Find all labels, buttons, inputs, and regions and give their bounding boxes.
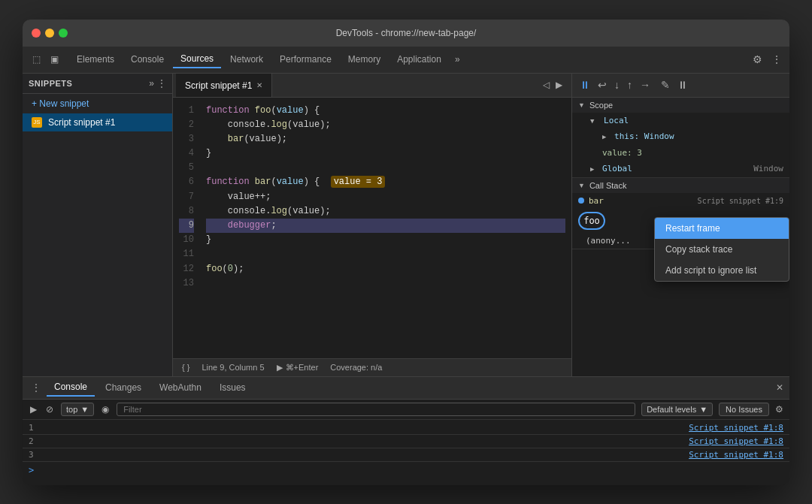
code-line-11 [206,247,565,261]
new-snippet-button[interactable]: + New snippet [23,94,172,113]
step-over-icon[interactable]: ↩ [596,77,608,92]
scope-local-header: ▼ Local [572,113,789,129]
block-icon[interactable]: ⊘ [44,403,55,416]
call-stack-section: ▼ Call Stack bar Script snippet #1:9 foo… [572,178,789,249]
scope-this: ▶ this: Window [572,128,789,145]
no-issues-button[interactable]: No Issues [719,403,769,416]
call-stack-anon-name: (anony... [578,236,631,246]
tab-memory[interactable]: Memory [341,51,388,68]
close-button[interactable] [32,29,41,38]
sidebar-menu-icon[interactable]: ⋮ [157,78,166,89]
run-icon[interactable]: ▶ [277,363,283,373]
devtools-window: DevTools - chrome://new-tab-page/ ⬚ ▣ El… [23,20,789,485]
console-line-2: 2 Script snippet #1:8 [23,435,789,448]
tab-elements[interactable]: Elements [69,51,122,68]
more-options-icon[interactable]: ⋮ [770,52,783,67]
sidebar-more-icon[interactable]: » [149,78,154,89]
cursor-icon[interactable]: ⬚ [29,52,44,67]
minimize-button[interactable] [45,29,54,38]
line-col-status: Line 9, Column 5 [201,363,264,372]
code-line-6: function bar(value) { value = 3 [206,175,565,189]
format-icon[interactable]: { } [182,363,189,372]
pause-resume-icon[interactable]: ⏸ [578,77,592,92]
sidebar-header: Snippets » ⋮ [23,74,172,94]
context-level-chevron: ▼ [80,405,89,414]
console-line-link-3[interactable]: Script snippet #1:8 [689,450,783,460]
run-hint: ▶ ⌘+Enter [277,363,319,373]
sidebar: Snippets » ⋮ + New snippet JS Script sni… [23,74,173,376]
tab-console[interactable]: Console [123,51,171,68]
scope-local-label: Local [604,116,629,125]
maximize-button[interactable] [59,29,68,38]
bottom-tab-console[interactable]: Console [47,379,95,397]
device-icon[interactable]: ▣ [47,52,62,67]
console-prompt[interactable]: > [23,462,789,478]
tab-sources[interactable]: Sources [173,50,221,68]
scope-header[interactable]: ▼ Scope [572,98,789,113]
debug-toolbar: ⏸ ↩ ↓ ↑ → ✎ ⏸ [572,74,789,98]
tab-application[interactable]: Application [389,51,449,68]
tab-network[interactable]: Network [223,51,271,68]
tab-performance[interactable]: Performance [272,51,339,68]
code-editor[interactable]: function foo(value) { console.log(value)… [200,98,571,358]
context-menu-restart[interactable]: Restart frame [655,218,789,239]
navigate-back-icon[interactable]: ◁ [543,80,550,90]
context-menu-add-ignore[interactable]: Add script to ignore list [655,260,789,281]
sidebar-header-icons: » ⋮ [149,78,166,89]
step-icon[interactable]: → [638,77,652,92]
call-stack-header[interactable]: ▼ Call Stack [572,178,789,193]
step-into-icon[interactable]: ↓ [613,77,621,92]
default-levels-chevron: ▼ [699,405,707,414]
editor-tab-snippet1[interactable]: Script snippet #1 ✕ [176,74,272,98]
scope-title: Scope [589,101,613,110]
bottom-more-icon[interactable]: ⋮ [29,381,44,394]
titlebar: DevTools - chrome://new-tab-page/ [23,20,789,47]
console-line-link-1[interactable]: Script snippet #1:8 [689,423,783,433]
bottom-tab-webauthn[interactable]: WebAuthn [152,379,209,396]
code-line-13 [206,276,565,291]
code-line-10: } [206,233,565,247]
context-menu-copy-stack[interactable]: Copy stack trace [655,239,789,260]
console-line-num-1: 1 [29,423,47,433]
code-line-3: bar(value); [206,132,565,146]
scope-global-row: ▶ Global Window [572,161,789,177]
code-line-8: console.log(value); [206,204,565,219]
sidebar-title: Snippets [29,79,72,88]
settings-icon[interactable]: ⚙ [751,52,764,67]
context-level-selector[interactable]: top ▼ [61,403,94,416]
call-stack-bar[interactable]: bar Script snippet #1:9 [572,193,789,209]
editor-status-bar: { } Line 9, Column 5 ▶ ⌘+Enter Coverage:… [173,358,571,376]
bottom-panel-close-icon[interactable]: ✕ [776,382,783,393]
editor-tab-icons: ◁ ▶ [543,80,568,90]
console-line-num-2: 2 [29,436,47,446]
step-out-icon[interactable]: ↑ [626,77,634,92]
eye-icon[interactable]: ◉ [100,403,111,416]
main-area: Snippets » ⋮ + New snippet JS Script sni… [23,74,789,376]
stop-icon[interactable]: ⏸ [676,77,689,92]
code-container: 12345 678 9 10111213 function foo(value)… [173,98,571,358]
console-settings-icon[interactable]: ⚙ [775,404,783,415]
editor-tab-close-icon[interactable]: ✕ [256,81,262,89]
bottom-tab-changes[interactable]: Changes [98,379,149,396]
default-levels-selector[interactable]: Default levels ▼ [641,403,713,416]
editor-tabs: Script snippet #1 ✕ ◁ ▶ [173,74,571,98]
right-panel-content: ▼ Scope ▼ Local ▶ this: Window value: 3 [572,98,789,376]
console-toolbar: ▶ ⊘ top ▼ ◉ Default levels ▼ No Issues ⚙ [23,400,789,420]
editor-area: Script snippet #1 ✕ ◁ ▶ 12345 678 9 1011… [173,74,571,376]
snippet-item-1[interactable]: JS Script snippet #1 [23,113,172,131]
scope-global-label: Global [602,164,632,174]
bottom-tabs: ⋮ Console Changes WebAuthn Issues ✕ [23,377,789,400]
run-snippet-icon[interactable]: ▶ [556,80,562,90]
inspector-icons: ⬚ ▣ [29,52,62,67]
console-filter-input[interactable] [117,403,635,416]
snippet-label: Script snippet #1 [48,117,115,128]
console-line-3: 3 Script snippet #1:8 [23,448,789,462]
console-line-link-2[interactable]: Script snippet #1:8 [689,436,783,446]
bottom-tab-issues[interactable]: Issues [212,379,253,396]
foo-frame-circle: foo [578,212,605,230]
tabbar-right-icons: ⚙ ⋮ [751,52,783,67]
clear-console-icon[interactable]: ▶ [29,403,38,416]
more-tabs-icon[interactable]: » [450,51,465,68]
deactivate-breakpoints-icon[interactable]: ✎ [659,77,671,92]
code-line-9: debugger; [206,219,565,233]
